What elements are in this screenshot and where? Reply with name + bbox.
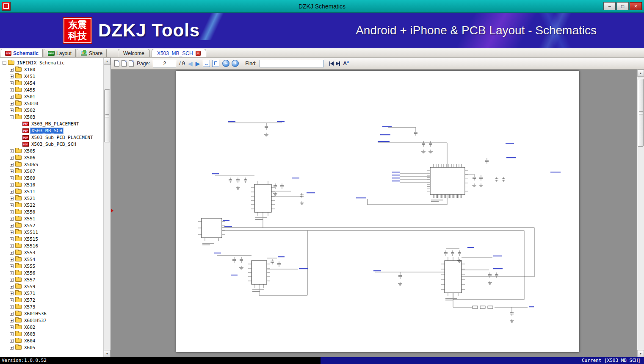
fit-width-icon[interactable]: ↔ — [203, 60, 210, 67]
page-number-input[interactable] — [153, 60, 176, 67]
tree-item-folder[interactable]: +X509 — [0, 175, 103, 181]
tree-scrollbar-thumb[interactable] — [104, 89, 110, 142]
expand-icon[interactable]: + — [10, 95, 14, 99]
tree-scrollbar[interactable]: ▲ ▼ — [103, 58, 111, 357]
find-next-icon[interactable] — [336, 61, 340, 66]
tree-item-folder[interactable]: +X554 — [0, 256, 103, 263]
tree-item-folder[interactable]: +X551 — [0, 215, 103, 222]
tree-item-pdf[interactable]: PDFX503_Sub_PCB_SCH — [0, 141, 103, 147]
pdf-viewer[interactable]: ▲ ▼ — [111, 69, 644, 357]
pages-icon[interactable] — [114, 60, 119, 67]
tree-item-folder[interactable]: +X555 — [0, 263, 103, 270]
tree-item-folder[interactable]: +X501 — [0, 93, 103, 100]
match-case-icon[interactable]: Aa — [343, 60, 349, 67]
expand-icon[interactable]: + — [10, 312, 14, 316]
tree-item-folder[interactable]: +X506S — [0, 161, 103, 168]
tree-item-folder[interactable]: +X601H536 — [0, 310, 103, 317]
tree-item-folder[interactable]: +X511 — [0, 188, 103, 195]
expand-icon[interactable]: + — [10, 203, 14, 207]
tree-item-folder[interactable]: +X571 — [0, 290, 103, 297]
tab-layout[interactable]: PADS Layout — [44, 49, 76, 57]
expand-icon[interactable]: + — [10, 88, 14, 92]
expand-icon[interactable]: + — [10, 75, 14, 78]
tree-item-folder[interactable]: +X552 — [0, 222, 103, 229]
fit-page-icon[interactable] — [212, 60, 219, 67]
tree-item-folder[interactable]: +X5515 — [0, 236, 103, 242]
scroll-down-icon[interactable]: ▼ — [637, 350, 644, 357]
expand-icon[interactable]: + — [10, 251, 14, 255]
expand-icon[interactable]: + — [10, 68, 14, 72]
tree-item-folder[interactable]: +X556 — [0, 270, 103, 276]
expand-icon[interactable]: + — [10, 237, 14, 241]
expand-icon[interactable]: + — [10, 149, 14, 153]
tab-schematic[interactable]: PDF Schematic — [1, 49, 43, 57]
expand-icon[interactable]: + — [10, 305, 14, 309]
find-input[interactable] — [260, 60, 324, 67]
tree-item-folder[interactable]: +X604 — [0, 337, 103, 344]
tree-item-pdf[interactable]: PDFX503_MB_PLACEMENT — [0, 120, 103, 127]
tree-item-folder[interactable]: -X503 — [0, 114, 103, 120]
zoom-in-icon[interactable]: + — [232, 60, 239, 67]
tree-item-folder[interactable]: +X510 — [0, 181, 103, 188]
tree-item-folder[interactable]: +X550 — [0, 208, 103, 215]
expand-icon[interactable]: + — [10, 346, 14, 350]
close-tab-icon[interactable]: × — [196, 51, 201, 56]
next-page-icon[interactable]: ▶ — [195, 60, 200, 67]
minimize-button[interactable]: − — [603, 2, 616, 10]
expand-icon[interactable]: + — [10, 169, 14, 173]
tree-item-folder[interactable]: +X451 — [0, 73, 103, 80]
expand-icon[interactable]: + — [10, 339, 14, 343]
tree-item-folder[interactable]: +X507 — [0, 168, 103, 175]
tree-item-pdf[interactable]: PDFX503_Sub_PCB_PLACEMENT — [0, 134, 103, 141]
expand-icon[interactable]: + — [10, 217, 14, 221]
tree-item-folder[interactable]: +X602 — [0, 324, 103, 331]
tree-item-folder[interactable]: +X5010 — [0, 100, 103, 107]
splitter-collapse-arrow[interactable] — [111, 208, 113, 213]
expand-icon[interactable]: + — [10, 264, 14, 268]
expand-icon[interactable]: + — [10, 292, 14, 295]
viewer-scrollbar[interactable]: ▲ ▼ — [637, 69, 644, 357]
expand-icon[interactable]: + — [10, 163, 14, 167]
expand-icon[interactable]: + — [10, 298, 14, 302]
expand-icon[interactable]: + — [10, 102, 14, 106]
expand-icon[interactable]: + — [10, 278, 14, 282]
tree-item-folder[interactable]: +X505 — [0, 147, 103, 154]
tab-share[interactable]: Share — [77, 49, 107, 57]
tree-item-folder[interactable]: +X5511 — [0, 229, 103, 236]
collapse-icon[interactable]: - — [10, 115, 14, 119]
tree-item-pdf[interactable]: PDFX503_MB_SCH — [0, 127, 103, 134]
scroll-up-icon[interactable]: ▲ — [104, 58, 111, 65]
expand-icon[interactable]: + — [10, 285, 14, 289]
expand-icon[interactable]: + — [10, 81, 14, 85]
tree-item-folder[interactable]: +X572 — [0, 297, 103, 303]
expand-icon[interactable]: + — [10, 210, 14, 214]
collapse-icon[interactable]: - — [3, 61, 6, 65]
find-previous-icon[interactable] — [329, 61, 334, 66]
tree-item-folder[interactable]: +X605 — [0, 344, 103, 351]
tree-item-folder[interactable]: +X573 — [0, 303, 103, 310]
zoom-out-icon[interactable]: − — [222, 60, 229, 67]
expand-icon[interactable]: + — [10, 258, 14, 261]
expand-icon[interactable]: + — [10, 156, 14, 160]
expand-icon[interactable]: + — [10, 271, 14, 275]
expand-icon[interactable]: + — [10, 325, 14, 329]
expand-icon[interactable]: + — [10, 108, 14, 112]
tree-item-folder[interactable]: +X553 — [0, 249, 103, 256]
copy-page-icon[interactable] — [122, 60, 127, 67]
tree-item-folder[interactable]: +X559 — [0, 283, 103, 290]
maximize-button[interactable]: □ — [616, 2, 629, 10]
doc-tab-x503-mb-sch[interactable]: X503_MB_SCH × — [152, 49, 206, 57]
expand-icon[interactable]: + — [10, 231, 14, 234]
close-button[interactable]: × — [630, 2, 642, 10]
expand-icon[interactable]: + — [10, 332, 14, 336]
app-icon[interactable] — [2, 2, 11, 11]
tree-item-folder[interactable]: +X180 — [0, 66, 103, 73]
tree-item-folder[interactable]: +X502 — [0, 107, 103, 114]
tree-item-folder[interactable]: +X454 — [0, 80, 103, 86]
expand-icon[interactable]: + — [10, 319, 14, 322]
tree-item-folder[interactable]: +X506 — [0, 154, 103, 161]
expand-icon[interactable]: + — [10, 176, 14, 180]
expand-icon[interactable]: + — [10, 224, 14, 228]
expand-icon[interactable]: + — [10, 190, 14, 194]
scroll-up-icon[interactable]: ▲ — [637, 69, 644, 77]
